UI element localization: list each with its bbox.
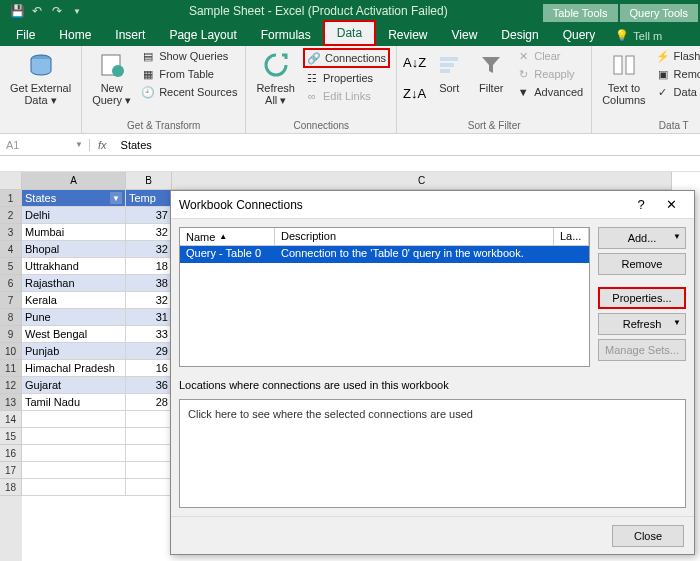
cell[interactable]: Bhopal	[22, 241, 126, 258]
show-queries-button[interactable]: ▤Show Queries	[139, 48, 239, 64]
get-external-data-button[interactable]: Get External Data ▾	[6, 48, 75, 108]
cell[interactable]	[126, 445, 172, 462]
row-header[interactable]: 6	[0, 275, 22, 292]
tab-page-layout[interactable]: Page Layout	[157, 24, 248, 46]
close-button[interactable]: Close	[612, 525, 684, 547]
connection-row[interactable]: Query - Table 0 Connection to the 'Table…	[180, 246, 589, 263]
add-button[interactable]: Add...▼	[598, 227, 686, 249]
tell-me[interactable]: 💡Tell m	[607, 25, 670, 46]
row-header[interactable]: 4	[0, 241, 22, 258]
cell[interactable]: Himachal Pradesh	[22, 360, 126, 377]
cell[interactable]: 28	[126, 394, 172, 411]
row-header[interactable]: 2	[0, 207, 22, 224]
save-icon[interactable]: 💾	[8, 2, 26, 20]
cell[interactable]: Tamil Nadu	[22, 394, 126, 411]
context-tab-table-tools[interactable]: Table Tools	[543, 4, 618, 22]
fx-icon[interactable]: fx	[90, 139, 115, 151]
cell[interactable]	[22, 445, 126, 462]
cell[interactable]	[126, 462, 172, 479]
qat-customize-icon[interactable]: ▼	[68, 2, 86, 20]
locations-box[interactable]: Click here to see where the selected con…	[179, 399, 686, 508]
context-tab-query-tools[interactable]: Query Tools	[620, 4, 699, 22]
text-to-columns-button[interactable]: Text to Columns	[598, 48, 649, 108]
row-header[interactable]: 3	[0, 224, 22, 241]
table-header-temp[interactable]: Temp	[126, 190, 172, 207]
row-header[interactable]: 13	[0, 394, 22, 411]
cell[interactable]: 32	[126, 292, 172, 309]
cell[interactable]	[126, 411, 172, 428]
row-header[interactable]: 5	[0, 258, 22, 275]
cell[interactable]: Gujarat	[22, 377, 126, 394]
flash-fill-button[interactable]: ⚡Flash Fill	[654, 48, 700, 64]
from-table-button[interactable]: ▦From Table	[139, 66, 239, 82]
cell[interactable]: Uttrakhand	[22, 258, 126, 275]
cell[interactable]: 18	[126, 258, 172, 275]
col-header-c[interactable]: C	[172, 172, 672, 190]
chevron-down-icon[interactable]: ▼	[75, 140, 83, 149]
cell[interactable]: 37	[126, 207, 172, 224]
row-header[interactable]: 7	[0, 292, 22, 309]
row-header[interactable]: 10	[0, 343, 22, 360]
properties-button[interactable]: ☷Properties	[303, 70, 390, 86]
remove-duplicates-button[interactable]: ▣Remove Dupl	[654, 66, 700, 82]
sort-asc-icon[interactable]: A↓Z	[403, 55, 426, 70]
row-header[interactable]: 9	[0, 326, 22, 343]
row-header[interactable]: 14	[0, 411, 22, 428]
filter-button[interactable]: Filter	[472, 48, 510, 96]
tab-review[interactable]: Review	[376, 24, 439, 46]
properties-button[interactable]: Properties...	[598, 287, 686, 309]
cell[interactable]	[22, 428, 126, 445]
sort-button[interactable]: Sort	[430, 48, 468, 96]
cell[interactable]: 29	[126, 343, 172, 360]
tab-query[interactable]: Query	[551, 24, 608, 46]
cell[interactable]	[22, 479, 126, 496]
tab-insert[interactable]: Insert	[103, 24, 157, 46]
dialog-help-button[interactable]: ?	[626, 197, 656, 212]
sort-desc-icon[interactable]: Z↓A	[403, 86, 426, 101]
filter-dropdown-icon[interactable]: ▼	[110, 192, 122, 204]
select-all-corner[interactable]	[0, 172, 22, 190]
clear-button[interactable]: ✕Clear	[514, 48, 585, 64]
cell[interactable]: Mumbai	[22, 224, 126, 241]
cell[interactable]: 31	[126, 309, 172, 326]
refresh-all-button[interactable]: Refresh All ▾	[252, 48, 299, 108]
col-last-header[interactable]: La...	[554, 228, 589, 245]
reapply-button[interactable]: ↻Reapply	[514, 66, 585, 82]
row-header[interactable]: 12	[0, 377, 22, 394]
row-header[interactable]: 18	[0, 479, 22, 496]
undo-icon[interactable]: ↶	[28, 2, 46, 20]
cell[interactable]	[126, 428, 172, 445]
cell[interactable]: 33	[126, 326, 172, 343]
cell[interactable]: West Bengal	[22, 326, 126, 343]
cell[interactable]: Delhi	[22, 207, 126, 224]
table-header-states[interactable]: States▼	[22, 190, 126, 207]
data-validation-button[interactable]: ✓Data Validation	[654, 84, 700, 100]
cell[interactable]	[22, 411, 126, 428]
row-header[interactable]: 11	[0, 360, 22, 377]
row-header[interactable]: 15	[0, 428, 22, 445]
row-header[interactable]: 8	[0, 309, 22, 326]
connections-list[interactable]: Name▲ Description La... Query - Table 0 …	[179, 227, 590, 367]
tab-view[interactable]: View	[440, 24, 490, 46]
tab-formulas[interactable]: Formulas	[249, 24, 323, 46]
refresh-button[interactable]: Refresh▼	[598, 313, 686, 335]
tab-file[interactable]: File	[4, 24, 47, 46]
advanced-button[interactable]: ▼Advanced	[514, 84, 585, 100]
col-header-b[interactable]: B	[126, 172, 172, 190]
cell[interactable]	[126, 479, 172, 496]
remove-button[interactable]: Remove	[598, 253, 686, 275]
dialog-close-button[interactable]: ✕	[656, 197, 686, 212]
cell[interactable]: 32	[126, 224, 172, 241]
tab-home[interactable]: Home	[47, 24, 103, 46]
redo-icon[interactable]: ↷	[48, 2, 66, 20]
cell[interactable]: Kerala	[22, 292, 126, 309]
cell[interactable]: Punjab	[22, 343, 126, 360]
cell[interactable]	[22, 462, 126, 479]
name-box[interactable]: A1▼	[0, 139, 90, 151]
col-desc-header[interactable]: Description	[275, 228, 554, 245]
cell[interactable]: 38	[126, 275, 172, 292]
cell[interactable]: 16	[126, 360, 172, 377]
formula-input[interactable]: States	[115, 139, 700, 151]
row-header[interactable]: 17	[0, 462, 22, 479]
col-name-header[interactable]: Name▲	[180, 228, 275, 245]
